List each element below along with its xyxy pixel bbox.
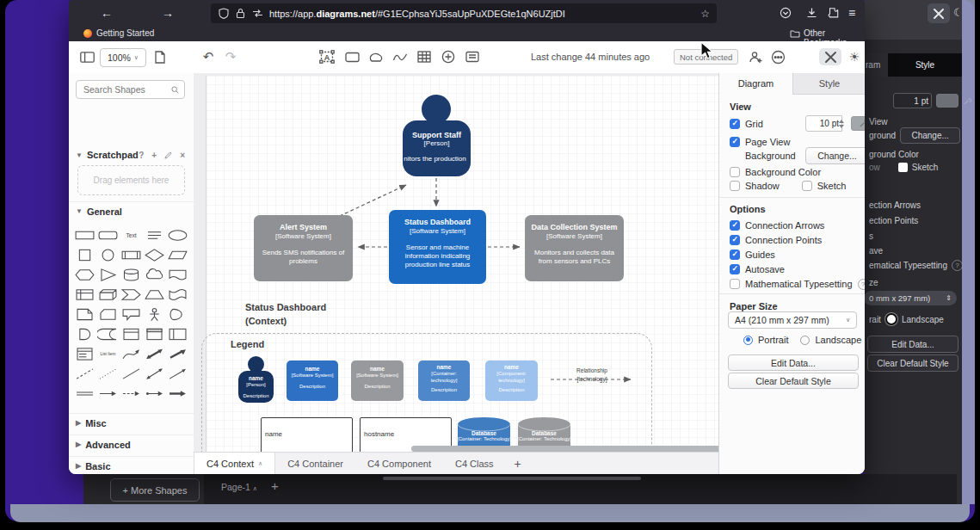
connection-arrows-checkbox[interactable]	[730, 220, 740, 231]
shape-link[interactable]	[73, 384, 96, 404]
bg-tools-icon[interactable]	[928, 3, 950, 23]
clear-default-style-button[interactable]: Clear Default Style	[728, 373, 859, 389]
theme-sun-icon[interactable]: ☀	[845, 48, 864, 65]
shadow-checkbox[interactable]	[730, 181, 740, 191]
scratchpad-dropzone[interactable]: Drag elements here	[77, 165, 185, 195]
more-options-icon[interactable]	[767, 48, 788, 65]
insert-tool-icon[interactable]	[438, 48, 459, 65]
grid-size-input[interactable]: 10 pt	[805, 115, 842, 132]
change-background-button[interactable]: Change...	[805, 147, 865, 164]
help-icon[interactable]: ?	[858, 279, 865, 290]
shape-and[interactable]	[73, 324, 96, 344]
bg-color-swatch[interactable]	[936, 94, 958, 108]
shape-triangle[interactable]	[96, 265, 120, 285]
shape-cloud[interactable]	[143, 265, 166, 285]
bg-more-shapes-button[interactable]: + More Shapes	[110, 478, 200, 502]
shape-rounded-rectangle[interactable]	[96, 225, 120, 245]
download-icon[interactable]	[802, 3, 821, 22]
panels-toggle-icon[interactable]	[77, 48, 96, 65]
math-typesetting-checkbox[interactable]	[730, 279, 740, 289]
shape-simple-arrow[interactable]	[120, 384, 143, 404]
bg-edit-data-button[interactable]: Edit Data...	[867, 336, 958, 353]
shape-list-item[interactable]: List Item	[96, 344, 120, 364]
section-general[interactable]: ▼ General	[69, 201, 194, 220]
scratchpad-section[interactable]: ▼ Scratchpad ? + ×	[69, 145, 194, 164]
shape-data-storage[interactable]	[96, 324, 120, 344]
shape-bidirectional-arrow[interactable]	[143, 344, 166, 364]
shape-square[interactable]	[73, 245, 96, 265]
shape-search[interactable]	[76, 80, 185, 99]
scratchpad-help-icon[interactable]: ?	[139, 151, 144, 160]
shape-callout[interactable]	[120, 305, 143, 324]
shape-text[interactable]: Text	[120, 225, 143, 245]
bg-change-button[interactable]: Change...	[900, 127, 960, 144]
page-view-checkbox[interactable]	[730, 137, 740, 147]
landscape-radio[interactable]	[800, 336, 810, 345]
node-name-box[interactable]: name	[261, 417, 353, 452]
tab-c4-context[interactable]: C4 Context ∧	[194, 453, 275, 474]
legend-container[interactable]: name [Container: technology] Description	[418, 361, 470, 401]
canvas[interactable]: Support Staff [Person] nitors the produc…	[194, 73, 718, 452]
text-tool-icon[interactable]: A	[317, 48, 337, 65]
shape-circle[interactable]	[96, 245, 120, 265]
lock-icon[interactable]	[236, 8, 245, 19]
forward-icon[interactable]: →	[158, 3, 177, 22]
shape-tape[interactable]	[166, 285, 189, 305]
menu-icon[interactable]: ≡	[842, 3, 861, 22]
bg-page-tab[interactable]: Page-1 ∧	[221, 482, 257, 492]
bookmark-getting-started[interactable]: Getting Started	[96, 28, 154, 38]
shape-trapezoid[interactable]	[143, 285, 166, 305]
bg-tab-style[interactable]: Style	[888, 53, 962, 77]
legend-component[interactable]: name [Component: technology] Description	[485, 361, 538, 401]
sketch-checkbox[interactable]	[802, 181, 812, 191]
bg-window-scrollbar[interactable]	[962, 0, 975, 504]
section-misc[interactable]: ▶ Misc	[69, 413, 194, 432]
paper-size-select[interactable]: A4 (210 mm x 297 mm) ∨	[728, 311, 857, 329]
eyedropper-icon[interactable]	[859, 119, 865, 128]
bg-sketch-checkbox[interactable]	[898, 163, 908, 172]
shape-card[interactable]	[96, 305, 120, 324]
permissions-icon[interactable]	[252, 9, 263, 18]
url-bar[interactable]: https://app.diagrams.net/#G1ECphsaYiJ5sa…	[211, 3, 717, 23]
bg-stroke-input[interactable]: 1 pt	[893, 93, 932, 108]
legend-system-blue[interactable]: name [Software System] Description	[287, 361, 338, 401]
node-status-dashboard[interactable]: Status Dashboard [Software System] Senso…	[389, 210, 486, 284]
shape-container[interactable]	[120, 324, 143, 344]
bg-paper-size-select[interactable]: 0 mm x 297 mm) ⇕	[864, 291, 957, 305]
shape-diamond[interactable]	[143, 245, 166, 265]
tab-c4-component[interactable]: C4 Component	[355, 453, 443, 474]
shape-rectangle[interactable]	[73, 225, 96, 245]
shape-or[interactable]	[166, 305, 189, 324]
extensions-icon[interactable]	[824, 3, 843, 22]
bg-tab-diagram[interactable]: ram	[864, 53, 890, 77]
rectangle-tool-icon[interactable]	[342, 48, 362, 65]
bg-landscape-radio[interactable]	[885, 313, 897, 325]
tab-c4-class[interactable]: C4 Class	[443, 453, 506, 474]
tab-style[interactable]: Style	[792, 73, 865, 95]
shape-process[interactable]	[120, 245, 143, 265]
redo-icon[interactable]: ↷	[222, 48, 239, 65]
shape-vertical-container[interactable]	[143, 324, 166, 344]
add-page-button[interactable]: +	[506, 453, 530, 474]
section-basic[interactable]: ▶ Basic	[69, 456, 194, 474]
table-tool-icon[interactable]	[414, 48, 435, 65]
legend-system-gray[interactable]: name [Software System] Description	[351, 361, 404, 401]
shape-list[interactable]	[73, 344, 96, 364]
shape-dashed-line[interactable]	[73, 364, 96, 384]
shape-arrow-link[interactable]	[96, 384, 120, 404]
shape-actor[interactable]	[143, 305, 166, 324]
comment-tool-icon[interactable]	[462, 48, 483, 65]
pocket-icon[interactable]	[776, 3, 795, 22]
section-advanced[interactable]: ▶ Advanced	[69, 434, 194, 453]
guides-checkbox[interactable]	[730, 250, 740, 260]
shape-heading[interactable]	[143, 225, 166, 245]
scratchpad-add-icon[interactable]: +	[151, 151, 157, 160]
node-data-collection-system[interactable]: Data Collection System [Software System]…	[525, 215, 624, 281]
shield-icon[interactable]	[219, 8, 229, 19]
url-text[interactable]: https://app.diagrams.net/#G1ECphsaYiJ5sa…	[269, 9, 565, 19]
bookmark-star-icon[interactable]: ☆	[700, 8, 710, 20]
portrait-radio[interactable]	[743, 336, 753, 345]
shape-ellipse[interactable]	[166, 225, 189, 245]
shape-cylinder[interactable]	[120, 265, 143, 285]
legend-person[interactable]: name [Person] Description	[238, 371, 274, 403]
